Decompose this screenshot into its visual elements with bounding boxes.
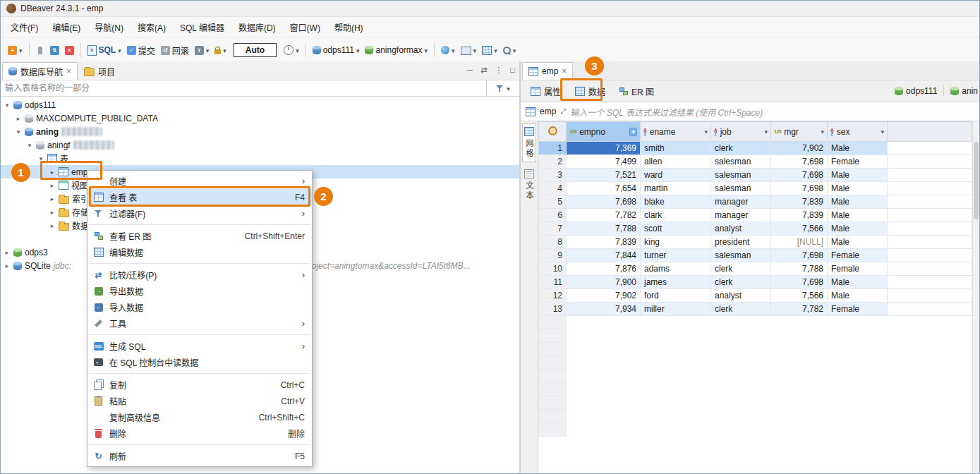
menu-navigate[interactable]: 导航(N) bbox=[87, 18, 131, 37]
schema-badge[interactable]: anin bbox=[950, 86, 978, 96]
row-number-cell[interactable]: 3 bbox=[539, 169, 567, 182]
tree-item-aningf[interactable]: aningf bbox=[1, 138, 519, 152]
menu-search[interactable]: 搜索(A) bbox=[131, 18, 173, 37]
tab-er-diagram[interactable]: ER 图 bbox=[614, 82, 660, 101]
expand-arrow-icon[interactable] bbox=[15, 115, 22, 122]
grid-cell[interactable]: 7,902 bbox=[771, 142, 828, 155]
grid-cell[interactable]: allen bbox=[641, 155, 711, 169]
grid-cell[interactable]: 7,566 bbox=[771, 222, 828, 236]
column-header-job[interactable]: AZjob▾ bbox=[711, 122, 771, 142]
row-number-cell[interactable] bbox=[539, 343, 567, 356]
menu-item-paste[interactable]: 粘贴Ctrl+V bbox=[87, 393, 312, 409]
row-number-cell[interactable]: 1 bbox=[539, 142, 567, 155]
close-icon[interactable] bbox=[562, 66, 567, 76]
collapse-all-icon[interactable]: ─ bbox=[467, 66, 473, 75]
expand-arrow-icon[interactable] bbox=[4, 249, 11, 256]
grid-cell[interactable]: 7,788 bbox=[567, 222, 641, 236]
vertical-scrollbar[interactable] bbox=[972, 121, 979, 473]
grid-cell[interactable]: miller bbox=[641, 303, 711, 316]
grid-cell[interactable]: Female bbox=[828, 262, 888, 276]
expand-arrow-icon[interactable] bbox=[4, 262, 11, 269]
expand-filter-icon[interactable]: ⤢ bbox=[560, 107, 566, 116]
row-number-cell[interactable] bbox=[539, 370, 567, 383]
grid-cell[interactable]: 7,839 bbox=[771, 195, 828, 209]
menu-item-edit-data[interactable]: 编辑数据 bbox=[87, 244, 312, 260]
row-number-cell[interactable] bbox=[539, 316, 567, 329]
grid-cell[interactable]: manager bbox=[711, 209, 771, 222]
column-filter-icon[interactable]: ▾ bbox=[764, 128, 768, 135]
row-number-cell[interactable] bbox=[539, 329, 567, 343]
row-number-cell[interactable]: 8 bbox=[539, 236, 567, 249]
grid-cell[interactable]: salesman bbox=[711, 155, 771, 169]
grid-cell[interactable]: 7,788 bbox=[771, 262, 828, 276]
row-number-cell[interactable] bbox=[539, 396, 567, 410]
column-header-ename[interactable]: AZename▾ bbox=[641, 122, 711, 142]
grid-cell[interactable]: president bbox=[711, 236, 771, 249]
column-filter-icon[interactable]: ▾ bbox=[629, 128, 637, 136]
tab-projects[interactable]: 项目 bbox=[78, 62, 121, 80]
grid-cell[interactable]: 7,782 bbox=[567, 209, 641, 222]
grid-cell[interactable]: blake bbox=[641, 195, 711, 209]
new-connection-button[interactable]: + bbox=[5, 43, 25, 57]
view-menu-icon[interactable]: ⋮ bbox=[495, 66, 502, 75]
lock-button[interactable] bbox=[212, 43, 229, 57]
grid-cell[interactable]: Female bbox=[828, 303, 888, 316]
row-number-cell[interactable] bbox=[539, 356, 567, 370]
grid-cell[interactable]: analyst bbox=[711, 222, 771, 236]
grid-cell[interactable]: Male bbox=[828, 209, 888, 222]
expand-arrow-icon[interactable] bbox=[49, 182, 56, 189]
menu-item-export-data[interactable]: →导出数据 bbox=[87, 283, 312, 299]
grid-cell-selected[interactable]: 7,369 bbox=[567, 142, 641, 155]
grid-cell[interactable]: clerk bbox=[711, 262, 771, 276]
grid-cell[interactable]: clerk bbox=[711, 142, 771, 155]
grid-cell[interactable]: clark bbox=[641, 209, 711, 222]
grid-cell[interactable]: Male bbox=[828, 222, 888, 236]
grid-cell[interactable]: king bbox=[641, 236, 711, 249]
transaction-log-button[interactable]: T bbox=[192, 43, 212, 57]
link-with-editor-icon[interactable]: ⇄ bbox=[480, 66, 487, 75]
perspective-button[interactable] bbox=[479, 43, 500, 57]
commit-mode-combo[interactable]: Auto bbox=[234, 43, 277, 57]
column-filter-icon[interactable]: ▾ bbox=[821, 128, 824, 135]
row-number-cell[interactable]: 7 bbox=[539, 222, 567, 236]
tab-database-navigator[interactable]: 数据库导航 bbox=[2, 62, 78, 80]
grid-cell[interactable]: Male bbox=[828, 236, 888, 249]
grid-cell[interactable]: salesman bbox=[711, 249, 771, 262]
grid-cell[interactable]: turner bbox=[641, 249, 711, 262]
menu-item-read-data-in-sql-console[interactable]: >_在 SQL 控制台中读数据 bbox=[87, 354, 312, 370]
grid-cell[interactable]: [NULL] bbox=[771, 236, 828, 249]
commit-button[interactable]: ✓提交 bbox=[124, 42, 158, 59]
row-number-cell[interactable] bbox=[539, 423, 567, 437]
menu-item-filters[interactable]: 过滤器(F) bbox=[87, 205, 312, 221]
tree-item-odps111[interactable]: odps111 bbox=[1, 98, 519, 111]
grid-cell[interactable]: 7,876 bbox=[567, 262, 641, 276]
select-all-corner[interactable] bbox=[539, 122, 567, 142]
grid-cell[interactable]: 7,499 bbox=[567, 155, 641, 169]
row-number-cell[interactable]: 6 bbox=[539, 209, 567, 222]
grid-cell[interactable]: Male bbox=[828, 142, 888, 155]
grid-cell[interactable]: ford bbox=[641, 289, 711, 303]
column-filter-icon[interactable]: ▾ bbox=[704, 128, 708, 135]
pin-button[interactable] bbox=[33, 44, 47, 56]
grid-cell[interactable]: Female bbox=[828, 155, 888, 169]
grid-cell[interactable]: 7,654 bbox=[567, 182, 641, 195]
row-number-cell[interactable]: 2 bbox=[539, 155, 567, 169]
grid-cell[interactable]: adams bbox=[641, 262, 711, 276]
connect-button[interactable]: ⇅ bbox=[47, 44, 62, 57]
menu-edit[interactable]: 编辑(E) bbox=[45, 18, 87, 37]
expand-arrow-icon[interactable] bbox=[26, 142, 33, 149]
grid-cell[interactable]: james bbox=[641, 276, 711, 289]
expand-arrow-icon[interactable] bbox=[4, 102, 11, 109]
grid-cell[interactable]: 7,521 bbox=[567, 169, 641, 182]
grid-cell[interactable]: 7,844 bbox=[567, 249, 641, 262]
expand-arrow-icon[interactable] bbox=[15, 128, 22, 135]
row-number-cell[interactable] bbox=[539, 383, 567, 396]
grid-cell[interactable]: 7,782 bbox=[771, 303, 828, 316]
grid-cell[interactable]: 7,698 bbox=[771, 276, 828, 289]
grid-cell[interactable]: Male bbox=[828, 195, 888, 209]
database-selector[interactable]: aningformax bbox=[362, 43, 430, 57]
row-number-cell[interactable]: 13 bbox=[539, 303, 567, 316]
grid-cell[interactable]: salesman bbox=[711, 182, 771, 195]
row-number-cell[interactable]: 11 bbox=[539, 276, 567, 289]
grid-cell[interactable]: Male bbox=[828, 182, 888, 195]
